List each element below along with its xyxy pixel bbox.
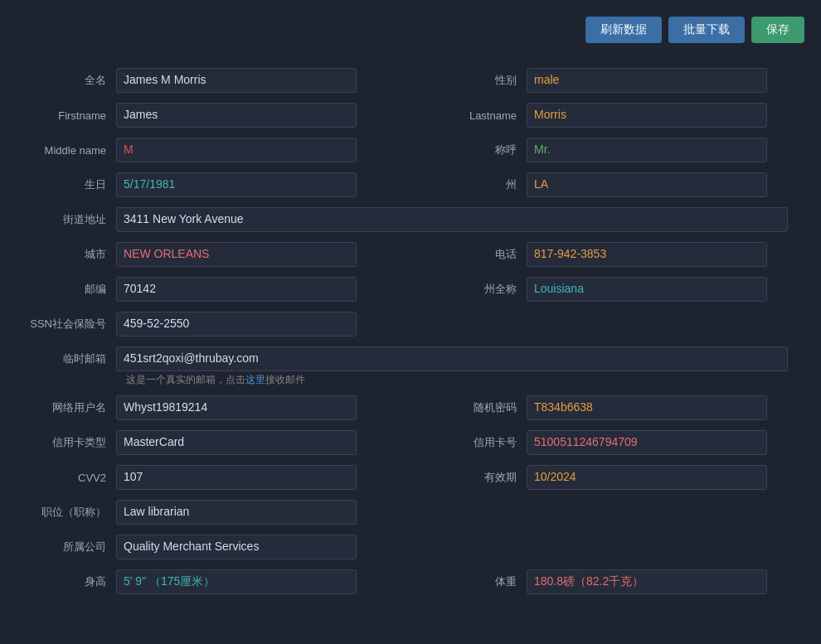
zipcode-row: 邮编 70142 <box>17 272 410 307</box>
street-row: 街道地址 3411 New York Avenue <box>17 202 804 237</box>
city-row: 城市 NEW ORLEANS <box>17 237 410 272</box>
company-value[interactable]: Quality Merchant Services <box>116 535 357 559</box>
middlename-value[interactable]: M <box>116 138 357 162</box>
fullname-value[interactable]: James M Morris <box>116 68 357 93</box>
job-label: 职位（职称） <box>17 505 116 520</box>
height-value[interactable]: 5' 9" （175厘米） <box>116 569 357 594</box>
title-row: 称呼 Mr. <box>410 133 804 167</box>
phone-row: 电话 817-942-3853 <box>410 237 804 272</box>
username-value[interactable]: Whyst19819214 <box>116 395 357 420</box>
cvv2-row: CVV2 107 <box>17 460 410 495</box>
state-full-value[interactable]: Louisiana <box>527 277 767 302</box>
lastname-value[interactable]: Morris <box>527 103 767 128</box>
company-row: 所属公司 Quality Merchant Services <box>17 530 410 564</box>
phone-value[interactable]: 817-942-3853 <box>527 242 767 267</box>
lastname-label: Lastname <box>427 109 527 122</box>
credit-number-label: 信用卡号 <box>427 435 527 450</box>
state-value[interactable]: LA <box>527 172 767 197</box>
ssn-value[interactable]: 459-52-2550 <box>116 312 357 337</box>
username-row: 网络用户名 Whyst19819214 <box>17 390 410 425</box>
state-full-row: 州全称 Louisiana <box>410 272 804 307</box>
title-label: 称呼 <box>427 143 527 157</box>
password-label: 随机密码 <box>427 400 527 415</box>
save-button[interactable]: 保存 <box>751 17 804 43</box>
phone-label: 电话 <box>427 247 527 262</box>
weight-value[interactable]: 180.8磅（82.2千克） <box>527 569 767 594</box>
email-link[interactable]: 这里 <box>245 374 265 385</box>
expiry-row: 有效期 10/2024 <box>410 460 804 495</box>
company-label: 所属公司 <box>17 540 116 554</box>
title-value[interactable]: Mr. <box>527 138 767 162</box>
refresh-button[interactable]: 刷新数据 <box>585 17 662 43</box>
zipcode-label: 邮编 <box>17 282 116 297</box>
fullname-row: 全名 James M Morris <box>17 63 410 98</box>
zipcode-value[interactable]: 70142 <box>116 277 357 302</box>
job-row: 职位（职称） Law librarian <box>17 495 410 530</box>
fullname-label: 全名 <box>17 73 116 88</box>
gender-row: 性别 male <box>410 63 804 98</box>
ssn-label: SSN社会保险号 <box>17 317 116 332</box>
birthday-value[interactable]: 5/17/1981 <box>116 172 357 197</box>
state-label: 州 <box>427 177 527 192</box>
state-full-label: 州全称 <box>427 282 527 297</box>
middlename-row: Middle name M <box>17 133 410 167</box>
job-right-spacer <box>410 495 804 530</box>
credit-type-label: 信用卡类型 <box>17 435 116 450</box>
expiry-label: 有效期 <box>427 470 527 485</box>
height-label: 身高 <box>17 574 116 589</box>
weight-row: 体重 180.8磅（82.2千克） <box>410 564 804 599</box>
birthday-row: 生日 5/17/1981 <box>17 167 410 202</box>
street-value[interactable]: 3411 New York Avenue <box>116 207 788 232</box>
password-value[interactable]: T834b6638 <box>527 395 767 420</box>
email-label: 临时邮箱 <box>17 351 116 366</box>
firstname-label: Firstname <box>17 109 116 122</box>
firstname-row: Firstname James <box>17 98 410 133</box>
credit-type-row: 信用卡类型 MasterCard <box>17 425 410 460</box>
birthday-label: 生日 <box>17 177 116 192</box>
batch-download-button[interactable]: 批量下载 <box>668 17 745 43</box>
email-row: 临时邮箱 451srt2qoxi@thrubay.com 这是一个真实的邮箱，点… <box>17 341 804 390</box>
job-value[interactable]: Law librarian <box>116 500 357 525</box>
credit-type-value[interactable]: MasterCard <box>116 430 357 455</box>
cvv2-label: CVV2 <box>17 472 116 484</box>
height-row: 身高 5' 9" （175厘米） <box>17 564 410 599</box>
credit-number-row: 信用卡号 5100511246794709 <box>410 425 804 460</box>
city-value[interactable]: NEW ORLEANS <box>116 242 357 267</box>
password-row: 随机密码 T834b6638 <box>410 390 804 425</box>
weight-label: 体重 <box>427 574 527 589</box>
company-right-spacer <box>410 530 804 564</box>
gender-value[interactable]: male <box>527 68 767 93</box>
email-value[interactable]: 451srt2qoxi@thrubay.com <box>116 346 788 371</box>
city-label: 城市 <box>17 247 116 262</box>
email-note: 这是一个真实的邮箱，点击这里接收邮件 <box>17 373 804 387</box>
state-row: 州 LA <box>410 167 804 202</box>
lastname-row: Lastname Morris <box>410 98 804 133</box>
credit-number-value[interactable]: 5100511246794709 <box>527 430 767 455</box>
expiry-value[interactable]: 10/2024 <box>527 465 767 490</box>
middlename-label: Middle name <box>17 144 116 157</box>
cvv2-value[interactable]: 107 <box>116 465 357 490</box>
username-label: 网络用户名 <box>17 400 116 415</box>
firstname-value[interactable]: James <box>116 103 357 128</box>
ssn-row: SSN社会保险号 459-52-2550 <box>17 307 804 341</box>
gender-label: 性别 <box>427 73 527 88</box>
street-label: 街道地址 <box>17 212 116 227</box>
